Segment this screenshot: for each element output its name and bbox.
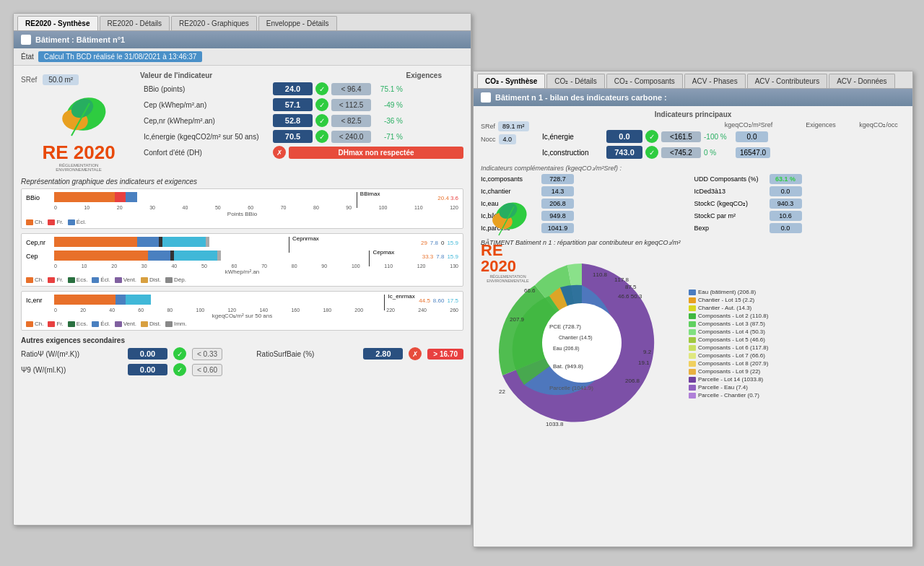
cepnr-check: ✓ xyxy=(315,114,328,127)
bbio-bar-ch xyxy=(54,192,115,202)
svg-text:66.6: 66.6 xyxy=(524,287,536,294)
bbio-check: ✓ xyxy=(315,82,328,95)
confort-cross: ✗ xyxy=(273,146,286,159)
comp-udd-value: 63.1 % xyxy=(770,174,802,184)
comp-chantier-value: 14.3 xyxy=(541,186,574,196)
bbio-bar-ecl xyxy=(126,192,137,202)
bbio-value: 24.0 xyxy=(273,82,313,95)
tab-acv-contributeurs[interactable]: ACV - Contributeurs xyxy=(747,74,827,88)
tab-co2-composants[interactable]: CO₂ - Composants xyxy=(606,74,683,88)
ratio-psi-value: 0.00 xyxy=(128,348,167,360)
right-sref-label: SRef xyxy=(481,123,495,130)
right-icenergie-value: 0.0 xyxy=(606,130,642,143)
left-header-title: Bâtiment : Bâtiment n°1 xyxy=(35,35,125,44)
cepnr-val3: 0 xyxy=(441,240,444,246)
ratio-surf-label: RatioSurfBaie (%) xyxy=(256,350,357,358)
tab-re2020-graphiques[interactable]: RE2020 - Graphiques xyxy=(171,16,257,30)
donut-section: BÂTIMENT Batiment n 1 : répartition par … xyxy=(481,239,905,438)
icenr-max-line xyxy=(384,295,385,310)
svg-text:Bat. (949.8): Bat. (949.8) xyxy=(553,363,583,370)
secondary-title: Autres exigences secondaires xyxy=(21,336,463,344)
ratio-psi-check: ✓ xyxy=(173,347,186,360)
comp-composants-name: Ic,composants xyxy=(481,175,539,183)
col3-header: kgeqCO₂/occ xyxy=(853,121,904,129)
right-leaf-svg xyxy=(481,198,528,241)
right-icenergie-pct: -100 % xyxy=(704,133,733,141)
svg-text:87.5: 87.5 xyxy=(625,284,637,290)
right-icenergie-check: ✓ xyxy=(645,130,658,143)
cepnr-chart-label: Cep,nr xyxy=(26,239,51,246)
confort-name: Confort d'été (DH) xyxy=(136,149,270,157)
cepnr-value: 52.8 xyxy=(273,114,313,127)
svg-text:Eau (206.8): Eau (206.8) xyxy=(553,346,580,352)
cepnr-val4: 15.9 xyxy=(447,240,458,246)
left-tabs: RE2020 - Synthèse RE2020 - Détails RE202… xyxy=(14,14,471,31)
icenr-axis-label: kgeqCO₂/m² sur 50 ans xyxy=(26,313,458,319)
comp-icded-name: IcDed3à13 xyxy=(694,188,767,195)
right-icenergie-name: Ic,énergie xyxy=(542,133,603,141)
cep-val2: 7.8 xyxy=(436,253,444,260)
left-panel: RE2020 - Synthèse RE2020 - Détails RE202… xyxy=(13,13,471,526)
tab-re2020-synthese[interactable]: RE2020 - Synthèse xyxy=(17,16,98,30)
comp-row-udd: UDD Composants (%) 63.1 % xyxy=(694,174,906,184)
icenergie-check: ✓ xyxy=(315,130,328,143)
cep-axis: 0102030405060708090100110120130 xyxy=(26,264,458,269)
comp-bexp-value: 0.0 xyxy=(770,223,802,233)
right-nocc-value: 4.0 xyxy=(499,134,517,144)
comp-parcelle-value: 1041.9 xyxy=(541,223,574,233)
tab-co2-synthese[interactable]: CO₂ - Synthèse xyxy=(477,74,545,88)
re2020-logo: RE 2020 RÉGLEMENTATIONENVIRONNEMENTALE xyxy=(21,92,136,172)
comp-stockcm2-name: StockC par m² xyxy=(694,212,767,219)
indicators-main-title: Indicateurs principaux xyxy=(481,110,905,118)
icenr-chart-label: Ic,enr xyxy=(26,297,51,304)
indicator-header-value: Valeur de l'indicateur xyxy=(140,71,212,79)
right-sref-value: 89.1 m² xyxy=(498,121,529,131)
right-re2020-logo: RE 2020 RÉGLEMENTATIONENVIRONNEMENTALE xyxy=(481,198,535,283)
comp-grid: Ic,composants 728.7 UDD Composants (%) 6… xyxy=(481,174,905,233)
donut-title: BÂTIMENT Batiment n 1 : répartition par … xyxy=(481,239,905,246)
psi9-limit: < 0.60 xyxy=(192,364,222,376)
right-icconstruction-name: Ic,construction xyxy=(542,149,603,157)
icenr-axis: 020406080100120140160180200220240260 xyxy=(26,308,458,313)
tab-co2-details[interactable]: CO₂ - Détails xyxy=(546,74,604,88)
sref-row: SRef 50.0 m² xyxy=(21,74,136,85)
comp-batiment-value: 949.8 xyxy=(541,211,574,221)
indicator-cepnr: Cep,nr (kWhep/m².an) 52.8 ✓ < 82.5 -36 % xyxy=(136,114,463,127)
icenergie-name: Ic,énergie (kgeqCO2/m² sur 50 ans) xyxy=(136,133,270,141)
icenergie-exigence: < 240.0 xyxy=(331,131,371,143)
icenr-val2: 8.60 xyxy=(433,297,445,304)
cep-legend: Ch. Fr. Ecs. Écl. Vent. Dist. Dép. xyxy=(26,277,458,283)
bbio-chart: BBio BBimax 20.4 3.6 010203040506 xyxy=(21,188,463,229)
tab-enveloppe-details[interactable]: Enveloppe - Détails xyxy=(258,16,337,30)
right-content: Indicateurs principaux SRef 89.1 m² Nocc… xyxy=(474,106,912,443)
cepnr-pct: -36 % xyxy=(374,117,403,125)
comp-chantier-name: Ic,chantier xyxy=(481,188,539,195)
bbio-max-label: BBimax xyxy=(360,191,380,197)
comp-stockcm2-value: 10.6 xyxy=(770,211,802,221)
right-re2020-text: RE 2020 xyxy=(481,243,535,274)
icenr-val3: 17.5 xyxy=(447,297,458,304)
tab-acv-donnees[interactable]: ACV - Données xyxy=(829,74,894,88)
tab-re2020-details[interactable]: RE2020 - Détails xyxy=(100,16,170,30)
cep-exigence: < 112.5 xyxy=(331,99,371,111)
icenergie-value: 70.5 xyxy=(273,130,313,143)
donut-legend: Eau (bâtiment) (206.8) Chantier - Lot 15… xyxy=(689,289,768,399)
svg-text:46.6 50.3: 46.6 50.3 xyxy=(618,293,642,300)
svg-text:110.8: 110.8 xyxy=(593,271,608,278)
bbio-pct: 75.1 % xyxy=(374,85,403,93)
psi9-label: Ψ9 (W/(ml.K)) xyxy=(21,366,122,374)
right-icenergie-occ: 0.0 xyxy=(736,131,768,142)
cep-bar1 xyxy=(54,251,148,261)
comp-composants-value: 728.7 xyxy=(541,174,574,184)
svg-point-4 xyxy=(542,303,622,383)
cep-axis-label: kWhep/m².an xyxy=(26,269,458,275)
cep-val3: 15.9 xyxy=(447,253,458,260)
svg-text:PCE (728.7): PCE (728.7) xyxy=(549,323,581,330)
right-icconstruction-value: 743.0 xyxy=(606,146,642,159)
col1-header: kgeqCO₂/m²Sref xyxy=(709,121,788,129)
tab-acv-phases[interactable]: ACV - Phases xyxy=(684,74,746,88)
cepnr-exigence: < 82.5 xyxy=(331,115,371,127)
bbio-val1: 20.4 xyxy=(437,195,449,201)
svg-text:117.8: 117.8 xyxy=(614,277,629,283)
indicator-header-exigences: Exigences xyxy=(406,71,442,79)
